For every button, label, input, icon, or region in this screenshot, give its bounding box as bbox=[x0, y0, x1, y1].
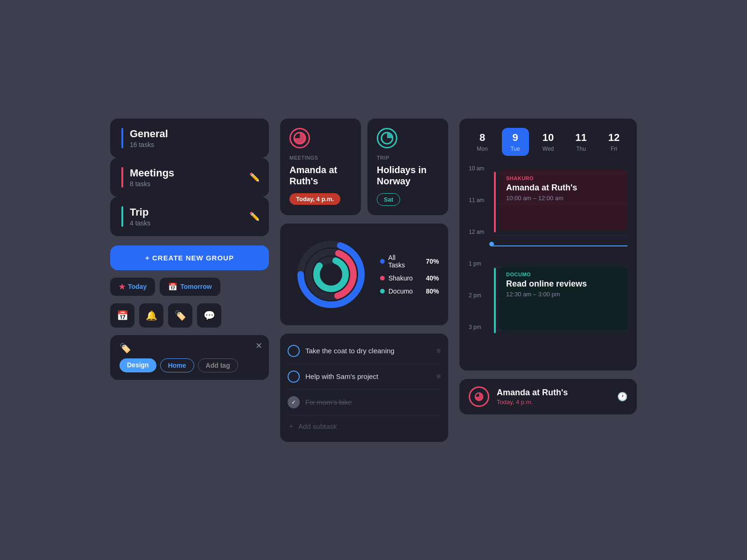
add-subtask-row[interactable]: ＋ Add subtask bbox=[288, 415, 441, 437]
chat-icon-btn[interactable]: 💬 bbox=[197, 303, 221, 328]
task-item-2[interactable]: Help with Sam's project ≡ bbox=[288, 364, 441, 390]
tasks-card: Take the coat to dry cleaning ≡ Help wit… bbox=[280, 334, 448, 442]
mini-cards-row: MEETINGS Amanda at Ruth's Today, 4 p.m. … bbox=[280, 119, 448, 215]
task-item-3[interactable]: ✓ Fix mom's bike bbox=[288, 390, 441, 415]
tag-design[interactable]: Design bbox=[120, 358, 156, 372]
task-menu-2[interactable]: ≡ bbox=[437, 372, 441, 381]
group-name-2: Trip bbox=[130, 206, 150, 218]
day-btn-wed[interactable]: 10 Wed bbox=[535, 128, 562, 156]
trip-mini-card: TRIP Holidays in Norway Sat bbox=[367, 119, 448, 215]
add-icon: ＋ bbox=[288, 422, 295, 431]
trip-event-title: Holidays in Norway bbox=[377, 164, 439, 187]
tags-row: Design Home Add tag bbox=[120, 358, 260, 372]
group-card-meetings[interactable]: Meetings 8 tasks ✏️ bbox=[110, 158, 269, 197]
legend-label-all: All Tasks bbox=[388, 254, 413, 269]
today-filter-button[interactable]: ★ Today bbox=[110, 278, 155, 296]
day-btn-fri[interactable]: 12 Fri bbox=[600, 128, 627, 156]
tag-add[interactable]: Add tag bbox=[198, 358, 238, 372]
day-num-4: 12 bbox=[608, 132, 620, 144]
legend-dot-shakuro bbox=[380, 276, 385, 280]
time-11am: 11 am bbox=[469, 197, 484, 203]
create-group-button[interactable]: + CREATE NEW GROUP bbox=[110, 245, 269, 270]
legend-value-shakuro: 40% bbox=[416, 274, 439, 282]
day-btn-tue[interactable]: 9 Tue bbox=[502, 128, 529, 156]
legend-dot-documo bbox=[380, 289, 385, 294]
task-menu-1[interactable]: ≡ bbox=[437, 347, 441, 355]
event-summary-time: Today, 4 p.m. bbox=[497, 399, 610, 406]
tomorrow-label: Tomorrow bbox=[180, 283, 211, 290]
tomorrow-filter-button[interactable]: 📅 Tomorrow bbox=[160, 278, 220, 296]
main-container: General 16 tasks Meetings 8 tasks ✏️ Tri… bbox=[92, 100, 655, 461]
group-bar-2 bbox=[121, 206, 123, 227]
group-card-trip[interactable]: Trip 4 tasks ✏️ bbox=[110, 197, 269, 236]
group-bar-1 bbox=[121, 167, 123, 188]
event-summary-icon bbox=[469, 386, 489, 407]
task-checkbox-2[interactable] bbox=[288, 371, 300, 383]
legend-shakuro: Shakuro 40% bbox=[380, 274, 439, 282]
task-text-2: Help with Sam's project bbox=[305, 372, 431, 380]
meetings-time-tag: Today, 4 p.m. bbox=[289, 193, 340, 205]
icon-row: 📅 🔔 🏷️ 💬 bbox=[110, 303, 269, 328]
time-1pm: 1 pm bbox=[469, 260, 481, 267]
day-btn-mon[interactable]: 8 Mon bbox=[469, 128, 496, 156]
edit-icon-2[interactable]: ✏️ bbox=[249, 211, 260, 222]
tag-icon-btn[interactable]: 🏷️ bbox=[168, 303, 192, 328]
meetings-event-title: Amanda at Ruth's bbox=[289, 164, 352, 187]
bell-icon-btn[interactable]: 🔔 bbox=[139, 303, 163, 328]
middle-column: MEETINGS Amanda at Ruth's Today, 4 p.m. … bbox=[280, 119, 448, 442]
event-summary-card: Amanda at Ruth's Today, 4 p.m. 🕐 bbox=[459, 379, 637, 414]
edit-icon-1[interactable]: ✏️ bbox=[249, 172, 260, 182]
close-tags-button[interactable]: ✕ bbox=[255, 341, 262, 351]
group-card-left-1: Meetings 8 tasks bbox=[121, 167, 174, 188]
task-checkbox-1[interactable] bbox=[288, 345, 300, 357]
legend-label-documo: Documo bbox=[388, 287, 413, 295]
event-category-2: DOCUMO bbox=[506, 272, 621, 277]
task-item-1[interactable]: Take the coat to dry cleaning ≡ bbox=[288, 338, 441, 364]
meetings-circle-icon bbox=[289, 128, 310, 148]
day-btn-thu[interactable]: 11 Thu bbox=[568, 128, 595, 156]
day-label-3: Thu bbox=[576, 146, 586, 152]
time-12am: 12 am bbox=[469, 229, 484, 235]
event-title-1: Amanda at Ruth's bbox=[506, 183, 621, 193]
add-subtask-label: Add subtask bbox=[298, 422, 337, 430]
group-bar-0 bbox=[121, 128, 123, 148]
meetings-pie-icon bbox=[293, 132, 306, 145]
tag-home[interactable]: Home bbox=[160, 358, 194, 372]
event-block-2[interactable]: DOCUMO Read online reviews 12:30 am – 3:… bbox=[500, 266, 627, 331]
filter-row: ★ Today 📅 Tomorrow bbox=[110, 278, 269, 296]
event-bar-1 bbox=[494, 172, 496, 232]
day-num-0: 8 bbox=[479, 132, 485, 144]
event-bar-2 bbox=[494, 268, 496, 333]
group-card-general[interactable]: General 16 tasks bbox=[110, 119, 269, 158]
tags-card: ✕ 🏷️ Design Home Add tag bbox=[110, 335, 269, 380]
tag-card-icon: 🏷️ bbox=[120, 343, 260, 354]
star-icon: ★ bbox=[119, 282, 125, 291]
donut-chart-card: All Tasks 70% Shakuro 40% Documo 80% bbox=[280, 224, 448, 325]
day-row: 8 Mon 9 Tue 10 Wed 11 Thu 12 Fri bbox=[469, 128, 627, 156]
day-label-4: Fri bbox=[611, 146, 617, 152]
day-num-2: 10 bbox=[543, 132, 554, 144]
event-summary-pie bbox=[474, 392, 484, 401]
meetings-category: MEETINGS bbox=[289, 155, 352, 161]
donut-chart bbox=[291, 235, 371, 314]
clock-icon: 🕐 bbox=[617, 392, 627, 402]
time-3pm: 3 pm bbox=[469, 324, 481, 330]
group-tasks-1: 8 tasks bbox=[130, 180, 174, 188]
day-num-3: 11 bbox=[575, 132, 586, 144]
svg-point-7 bbox=[317, 260, 345, 289]
group-name-0: General bbox=[130, 128, 168, 140]
event-time-2: 12:30 am – 3:00 pm bbox=[506, 291, 621, 298]
chart-legend: All Tasks 70% Shakuro 40% Documo 80% bbox=[380, 254, 439, 295]
calendar-icon-btn[interactable]: 📅 bbox=[110, 303, 134, 328]
event-block-1[interactable]: SHAKURO Amanda at Ruth's 10:00 am – 12:0… bbox=[500, 170, 627, 231]
group-text-2: Trip 4 tasks bbox=[130, 206, 150, 227]
task-checkbox-3[interactable]: ✓ bbox=[288, 396, 300, 408]
left-column: General 16 tasks Meetings 8 tasks ✏️ Tri… bbox=[110, 119, 269, 380]
task-text-3: Fix mom's bike bbox=[305, 398, 441, 406]
legend-documo: Documo 80% bbox=[380, 287, 439, 295]
day-label-0: Mon bbox=[477, 146, 487, 152]
day-label-2: Wed bbox=[543, 146, 554, 152]
legend-label-shakuro: Shakuro bbox=[388, 274, 413, 282]
event-title-2: Read online reviews bbox=[506, 279, 621, 289]
event-summary-text: Amanda at Ruth's Today, 4 p.m. bbox=[497, 388, 610, 406]
